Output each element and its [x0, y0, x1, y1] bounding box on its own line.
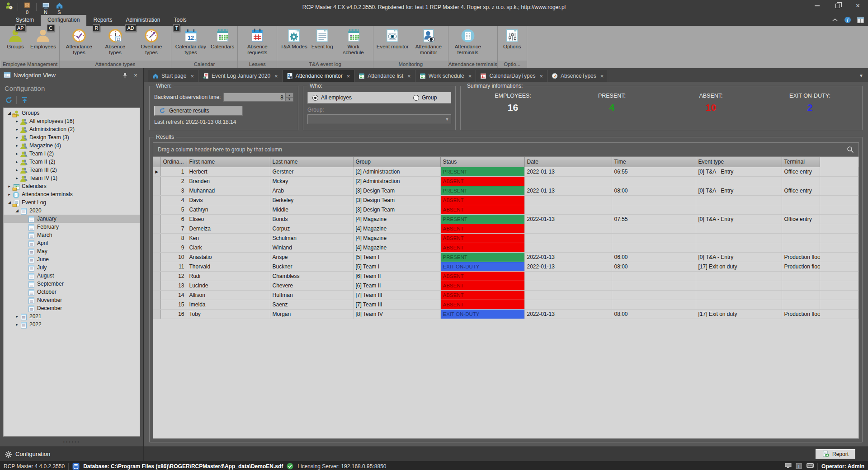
window-layout-icon[interactable]	[856, 16, 864, 24]
menu-item-system[interactable]: SystemAP	[9, 15, 41, 26]
tab-list-dropdown-icon[interactable]: ▼	[859, 73, 863, 78]
tree-expander-icon[interactable]: ▸	[14, 143, 20, 148]
table-row[interactable]: 15ImeldaSaenz[7] Team IIIABSENT	[153, 300, 859, 309]
ribbon-button-options[interactable]: Options	[499, 27, 525, 50]
tree-item-calendars[interactable]: ▸Calendars	[4, 182, 140, 190]
tab-work-schedule[interactable]: Work schedule×	[415, 70, 476, 82]
column-header-date[interactable]: Date	[524, 157, 612, 167]
tree-item-team-iv-1-[interactable]: ▸Team IV (1)	[4, 174, 140, 182]
tab-close-icon[interactable]: ×	[347, 73, 350, 80]
tab-start-page[interactable]: Start page×	[148, 70, 198, 82]
tab-close-icon[interactable]: ×	[190, 73, 194, 80]
table-row[interactable]: 5CathrynMiddle[3] Design TeamABSENT	[153, 205, 859, 214]
tree-expander-icon[interactable]: ▸	[14, 160, 20, 164]
column-header-staus[interactable]: Staus	[440, 157, 524, 167]
table-row[interactable]: ▶1HerbertGerstner[2] AdministractionPRES…	[153, 167, 859, 176]
table-row[interactable]: 9ClarkWinland[4] MagazineABSENT	[153, 243, 859, 252]
radio-all-employes[interactable]: All employes	[312, 94, 352, 101]
tree-expander-icon[interactable]: ▸	[14, 176, 20, 180]
table-row[interactable]: 12RudiChambless[6] Team IIABSENT	[153, 271, 859, 281]
ribbon-button-overtime-types[interactable]: Overtime types	[133, 27, 170, 56]
tree-expander-icon[interactable]: ▸	[14, 127, 20, 132]
tree-expander-icon[interactable]: ◢	[6, 111, 12, 115]
tree-item-july[interactable]: July	[4, 263, 140, 272]
monitor-status-icon[interactable]	[785, 463, 792, 470]
tab-attendance-monitor[interactable]: Attendance monitor×	[283, 70, 355, 82]
qat-monitor-button[interactable]: N	[40, 2, 52, 15]
tree-item-august[interactable]: August	[4, 272, 140, 280]
tree-expander-icon[interactable]: ▸	[14, 168, 20, 172]
tree-expander-icon[interactable]: ▸	[6, 184, 12, 188]
tree-item-groups[interactable]: ◢Groups	[4, 109, 140, 117]
table-row[interactable]: 11ThorvaldBuckner[5] Team IEXIT ON-DUTY2…	[153, 262, 859, 271]
tree-item-team-ii-2-[interactable]: ▸Team II (2)	[4, 158, 140, 166]
nav-close-icon[interactable]: ×	[132, 71, 140, 79]
table-row[interactable]: 3MuhannadArab[3] Design TeamPRESENT2022-…	[153, 186, 859, 195]
help-icon[interactable]: i	[844, 16, 852, 24]
restore-button[interactable]	[827, 0, 848, 12]
tree-item-december[interactable]: December	[4, 304, 140, 312]
generate-results-button[interactable]: Generate results	[154, 106, 243, 116]
ribbon-button-calendars[interactable]: Calendars	[209, 27, 236, 50]
tree-expander-icon[interactable]: ▸	[14, 119, 20, 123]
ribbon-button-attendance-types[interactable]: Attendance types	[61, 27, 97, 56]
column-header-group[interactable]: Group	[353, 157, 440, 167]
tree-item-october[interactable]: October	[4, 288, 140, 296]
tree-item-2022[interactable]: ▸2022	[4, 320, 140, 329]
tree-expander-icon[interactable]: ◢	[6, 200, 12, 205]
backward-observation-input[interactable]: 8 ▲ ▼	[223, 93, 293, 102]
tree-expander-icon[interactable]: ▸	[14, 322, 20, 327]
tree-item-september[interactable]: September	[4, 280, 140, 288]
tree-item-may[interactable]: May	[4, 247, 140, 255]
column-header-ordina-[interactable]: Ordina...	[160, 157, 187, 167]
tree-item-magazine-4-[interactable]: ▸Magazine (4)	[4, 141, 140, 150]
tree-item-june[interactable]: June	[4, 255, 140, 263]
group-combobox[interactable]: ▼	[307, 114, 451, 124]
group-by-bar[interactable]: Drag a column header here to group by th…	[153, 143, 859, 157]
column-header-time[interactable]: Time	[612, 157, 696, 167]
table-row[interactable]: 10AnastatioArispe[5] Team IPRESENT2022-0…	[153, 252, 859, 262]
report-button[interactable]: Report	[816, 449, 855, 459]
table-row[interactable]: 7DemelzaCorpuz[4] MagazineABSENT	[153, 224, 859, 233]
ribbon-button-t-a-modes[interactable]: T&A Modes	[278, 27, 309, 50]
qat-app-person-clock-button[interactable]	[3, 2, 14, 10]
tree-item-january[interactable]: January	[4, 215, 140, 223]
tree-item-march[interactable]: March	[4, 231, 140, 239]
column-header-event-type[interactable]: Event type	[696, 157, 782, 167]
tree-item-all-employees-16-[interactable]: ▸All employees (16)	[4, 117, 140, 125]
tree-expander-icon[interactable]: ▸	[14, 314, 20, 319]
nav-bottom-configuration[interactable]: Configuration	[0, 446, 143, 461]
minimize-button[interactable]	[807, 0, 827, 12]
tab-close-icon[interactable]: ×	[274, 73, 278, 80]
tree-item-april[interactable]: April	[4, 239, 140, 247]
keyboard-icon[interactable]	[807, 463, 814, 470]
tree-item-administraction-2-[interactable]: ▸Administraction (2)	[4, 125, 140, 133]
tree-expander-icon[interactable]: ◢	[14, 208, 20, 213]
tab-close-icon[interactable]: ×	[539, 73, 543, 80]
table-row[interactable]: 6EliseoBonds[4] MagazinePRESENT2022-01-1…	[153, 214, 859, 224]
menu-item-configuration[interactable]: ConfigurationC	[41, 15, 86, 26]
column-header-terminal[interactable]: Terminal	[782, 157, 820, 167]
spinner-down-icon[interactable]: ▼	[286, 97, 293, 102]
table-row[interactable]: 14AllisonHuffman[7] Team IIIABSENT	[153, 290, 859, 300]
search-icon[interactable]	[847, 146, 854, 153]
tab-close-icon[interactable]: ×	[600, 73, 604, 80]
tab-attendance-list[interactable]: Attendance list×	[354, 70, 415, 82]
pin-icon[interactable]	[121, 71, 129, 79]
tree-item-february[interactable]: February	[4, 223, 140, 231]
ribbon-button-attendance-monitor[interactable]: Attendance monitor	[410, 27, 447, 56]
radio-group[interactable]: Group	[413, 94, 437, 101]
tab-calendardaytypes[interactable]: CalendarDayTypes×	[476, 70, 547, 82]
tab-close-icon[interactable]: ×	[468, 73, 472, 80]
spinner-up-icon[interactable]: ▲	[286, 93, 293, 97]
ribbon-collapse-chevron-icon[interactable]	[831, 16, 839, 24]
panel-splitter-handle[interactable]: ······	[0, 437, 143, 446]
tree-item-design-team-3-[interactable]: ▸Design Team (3)	[4, 133, 140, 141]
ribbon-button-work-schedule[interactable]: Work schedule	[335, 27, 372, 56]
ribbon-button-event-monitor[interactable]: Event monitor	[375, 27, 410, 50]
tree-item-attendance-terminals[interactable]: ▸Attendance terminals	[4, 190, 140, 198]
ribbon-button-event-log[interactable]: Event log	[309, 27, 335, 50]
tree-item-2020[interactable]: ◢2020	[4, 207, 140, 215]
qat-cabinet-dropdown-button[interactable]: 0	[21, 2, 33, 15]
menu-item-administration[interactable]: AdministrationAD	[119, 15, 167, 26]
